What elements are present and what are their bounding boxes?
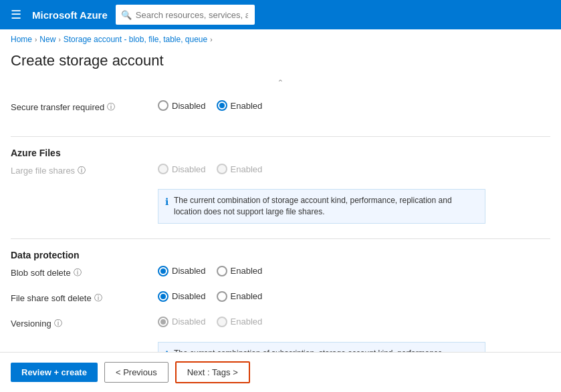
- breadcrumb-new[interactable]: New: [39, 35, 55, 44]
- previous-button[interactable]: < Previous: [104, 362, 169, 383]
- page-title: Create storage account: [11, 52, 550, 69]
- review-create-button[interactable]: Review + create: [11, 363, 98, 382]
- secure-transfer-enabled-radio[interactable]: [217, 100, 227, 111]
- blob-soft-delete-label: Blob soft delete ⓘ: [11, 266, 158, 278]
- secure-transfer-row: Secure transfer required ⓘ Disabled Enab…: [11, 100, 550, 119]
- scroll-indicator: ˆ: [11, 79, 550, 93]
- large-file-shares-enabled-radio: [217, 164, 227, 174]
- versioning-radio-group: Disabled Enabled: [158, 317, 262, 327]
- azure-files-section: Azure Files Large file shares ⓘ Disabled…: [11, 141, 550, 234]
- file-share-soft-delete-disabled-option[interactable]: Disabled: [158, 291, 206, 302]
- versioning-row: Versioning ⓘ Disabled Enabled: [11, 317, 550, 335]
- versioning-enabled-radio: [217, 317, 227, 327]
- large-file-shares-info-box-icon: ℹ: [165, 196, 169, 209]
- hamburger-icon[interactable]: ☰: [8, 5, 24, 25]
- blob-soft-delete-radio-group: Disabled Enabled: [158, 266, 262, 276]
- large-file-shares-enabled-option: Enabled: [217, 164, 263, 174]
- versioning-label: Versioning ⓘ: [11, 317, 158, 329]
- secure-transfer-info-icon[interactable]: ⓘ: [107, 102, 115, 113]
- breadcrumb-chevron-2: ›: [58, 36, 60, 43]
- blob-soft-delete-enabled-option[interactable]: Enabled: [217, 266, 263, 276]
- blob-soft-delete-row: Blob soft delete ⓘ Disabled Enabled: [11, 266, 550, 284]
- secure-transfer-enabled-option[interactable]: Enabled: [217, 100, 263, 111]
- secure-transfer-disabled-radio[interactable]: [158, 100, 169, 111]
- large-file-shares-info-icon[interactable]: ⓘ: [78, 165, 86, 176]
- large-file-shares-radio-group: Disabled Enabled: [158, 164, 262, 174]
- nav-bar: ☰ Microsoft Azure 🔍: [0, 0, 561, 29]
- next-tags-button[interactable]: Next : Tags >: [175, 361, 250, 383]
- file-share-soft-delete-enabled-radio[interactable]: [217, 291, 227, 302]
- secure-transfer-radio-group: Disabled Enabled: [158, 100, 262, 111]
- azure-files-heading: Azure Files: [11, 148, 550, 158]
- secure-transfer-label: Secure transfer required ⓘ: [11, 100, 158, 113]
- file-share-soft-delete-enabled-option[interactable]: Enabled: [217, 291, 263, 302]
- large-file-shares-row: Large file shares ⓘ Disabled Enabled: [11, 164, 550, 182]
- bottom-bar: Review + create < Previous Next : Tags >: [0, 352, 561, 392]
- large-file-shares-disabled-option: Disabled: [158, 164, 206, 174]
- file-share-soft-delete-row: File share soft delete ⓘ Disabled Enable…: [11, 291, 550, 310]
- file-share-soft-delete-disabled-radio[interactable]: [158, 291, 169, 302]
- versioning-info-icon[interactable]: ⓘ: [54, 318, 62, 329]
- search-input[interactable]: [116, 5, 255, 25]
- breadcrumb-chevron-1: ›: [35, 36, 37, 43]
- blob-soft-delete-disabled-radio[interactable]: [158, 266, 169, 276]
- breadcrumb-chevron-3: ›: [210, 36, 212, 43]
- data-protection-heading: Data protection: [11, 250, 550, 260]
- versioning-enabled-option: Enabled: [217, 317, 263, 327]
- search-icon: 🔍: [121, 10, 132, 20]
- nav-logo: Microsoft Azure: [32, 9, 108, 21]
- breadcrumb-storage-account[interactable]: Storage account - blob, file, table, que…: [64, 35, 207, 44]
- secure-transfer-disabled-option[interactable]: Disabled: [158, 100, 206, 111]
- large-file-shares-info-box: ℹ The current combination of storage acc…: [158, 189, 485, 224]
- versioning-disabled-radio: [158, 317, 169, 327]
- page-content: Create storage account ˆ Secure transfer…: [0, 52, 561, 387]
- search-wrapper: 🔍: [116, 5, 397, 25]
- blob-soft-delete-disabled-option[interactable]: Disabled: [158, 266, 206, 276]
- blob-soft-delete-info-icon[interactable]: ⓘ: [74, 267, 82, 278]
- blob-soft-delete-enabled-radio[interactable]: [217, 266, 227, 276]
- secure-transfer-section: Secure transfer required ⓘ Disabled Enab…: [11, 93, 550, 132]
- file-share-soft-delete-info-icon[interactable]: ⓘ: [94, 292, 102, 304]
- breadcrumb-home[interactable]: Home: [11, 35, 32, 44]
- versioning-disabled-option: Disabled: [158, 317, 206, 327]
- large-file-shares-label: Large file shares ⓘ: [11, 164, 158, 176]
- large-file-shares-disabled-radio: [158, 164, 169, 174]
- divider-1: [11, 136, 550, 137]
- file-share-soft-delete-radio-group: Disabled Enabled: [158, 291, 262, 302]
- divider-2: [11, 238, 550, 239]
- breadcrumb: Home › New › Storage account - blob, fil…: [0, 29, 561, 49]
- file-share-soft-delete-label: File share soft delete ⓘ: [11, 291, 158, 304]
